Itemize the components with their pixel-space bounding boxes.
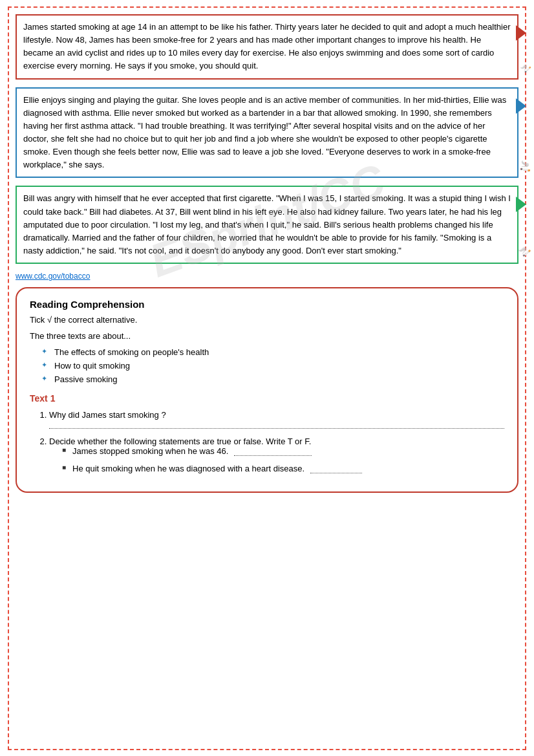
page-content: James started smoking at age 14 in an at… (14, 13, 520, 494)
arrow-decor-3 (516, 197, 526, 212)
text-box-1: James started smoking at age 14 in an at… (16, 14, 518, 80)
cig-decor-3: 🚬 (517, 243, 533, 259)
sub-questions-list: James stopped smoking when he was 46. He… (49, 446, 504, 473)
answer-line-2b[interactable] (310, 473, 362, 473)
source-link[interactable]: www.cdc.gov/tobacco (16, 272, 518, 281)
option-1[interactable]: The effects of smoking on people's healt… (43, 347, 504, 357)
questions-list: Why did James start smoking ? Decide whe… (30, 410, 504, 473)
paragraph-1: James started smoking at age 14 in an at… (23, 22, 510, 70)
sub-q-a-text: James stopped smoking when he was 46. (72, 446, 228, 456)
rc-instruction: Tick √ the correct alternative. (30, 315, 504, 325)
arrow-decor-2 (516, 98, 526, 114)
sub-q-b: He quit smoking when he was diagnosed wi… (62, 464, 504, 473)
text1-heading: Text 1 (30, 393, 504, 404)
text-box-3: Bill was angry with himself that he ever… (16, 186, 518, 264)
person-decor-2: 🚬 (519, 158, 533, 174)
sub-q-b-text: He quit smoking when he was diagnosed wi… (72, 464, 304, 473)
option-2[interactable]: How to quit smoking (43, 361, 504, 371)
option-3[interactable]: Passive smoking (43, 374, 504, 384)
text-box-2: Ellie enjoys singing and playing the gui… (16, 87, 518, 178)
arrow-decor-1 (516, 25, 526, 41)
rc-title: Reading Comprehension (30, 299, 504, 310)
paragraph-2: Ellie enjoys singing and playing the gui… (23, 95, 506, 170)
options-list: The effects of smoking on people's healt… (30, 347, 504, 384)
answer-line-2a[interactable] (234, 455, 312, 456)
reading-comprehension-box: Reading Comprehension Tick √ the correct… (16, 287, 518, 493)
rc-question-main: The three texts are about... (30, 331, 504, 341)
page-border: James started smoking at age 14 in an at… (8, 6, 526, 750)
sub-q-a: James stopped smoking when he was 46. (62, 446, 504, 456)
q1-text: Why did James start smoking ? (49, 410, 504, 420)
q2-text: Decide whether the following statements … (49, 437, 504, 446)
answer-line-1[interactable] (49, 420, 504, 429)
cig-decor-1: 🚬 (518, 60, 533, 74)
paragraph-3: Bill was angry with himself that he ever… (23, 193, 511, 255)
question-2: Decide whether the following statements … (49, 437, 504, 473)
question-1: Why did James start smoking ? (49, 410, 504, 429)
